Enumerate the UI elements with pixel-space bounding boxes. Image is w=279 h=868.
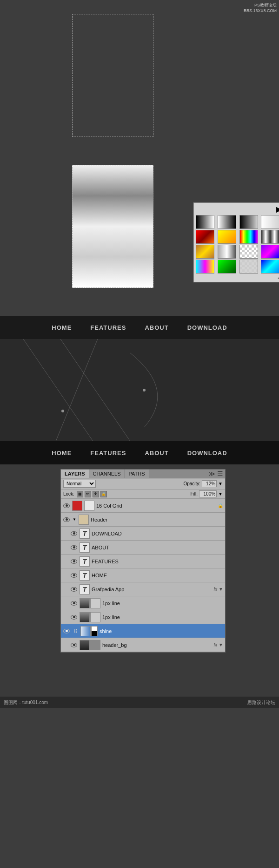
lock-label: Lock: — [63, 491, 74, 496]
gradient-swatch[interactable] — [218, 245, 236, 259]
selection-marquee — [72, 14, 153, 137]
layer-row[interactable]: header_bg fx ▼ — [61, 638, 225, 652]
picker-ok-text: ✓ — [277, 275, 279, 280]
svg-point-3 — [61, 410, 64, 412]
layer-thumbnail: T — [80, 542, 90, 553]
layer-row[interactable]: T HOME — [61, 568, 225, 582]
nav-item-bottom-download[interactable]: DOWNLOAD — [187, 450, 227, 457]
nav-item-home[interactable]: HOME — [52, 324, 72, 331]
svg-line-2 — [56, 339, 98, 441]
fill-arrow[interactable]: ▼ — [218, 491, 223, 496]
gradient-swatch[interactable] — [218, 230, 236, 244]
svg-line-0 — [23, 339, 93, 441]
layer-thumbnail — [80, 598, 90, 608]
layer-name: shine — [100, 628, 223, 634]
nav-item-features[interactable]: FEATURES — [90, 324, 126, 331]
layer-mask-thumb — [90, 612, 100, 622]
gradient-swatch[interactable] — [261, 215, 279, 229]
lock-all-icon[interactable]: 🔒 — [100, 491, 107, 497]
panel-options-icon[interactable]: ☰ — [217, 470, 223, 477]
panel-menu-icon[interactable]: ≫ — [208, 470, 215, 477]
tab-layers[interactable]: LAYERS — [61, 470, 89, 478]
bottom-bar: 图图网：tutu001.com 思路设计论坛 — [0, 697, 279, 708]
folder-link-icon: ⛓ — [72, 628, 79, 634]
layer-mask-thumb — [84, 501, 94, 511]
gradient-swatch[interactable] — [261, 260, 279, 274]
layer-visibility-toggle[interactable] — [70, 558, 78, 565]
layer-row[interactable]: T FEATURES — [61, 555, 225, 568]
nav-item-download[interactable]: DOWNLOAD — [187, 324, 227, 331]
opacity-input[interactable] — [202, 480, 217, 487]
layer-name: 16 Col Grid — [96, 503, 216, 509]
gradient-swatch[interactable] — [239, 260, 258, 274]
layer-visibility-toggle[interactable] — [63, 502, 70, 509]
gradient-swatch[interactable] — [196, 260, 214, 274]
bottom-right-watermark: 思路设计论坛 — [247, 699, 275, 706]
layers-section: LAYERS CHANNELS PATHS ≫ ☰ Normal Opacity… — [0, 464, 279, 697]
gradient-swatch[interactable] — [196, 215, 214, 229]
gradient-swatch[interactable] — [261, 230, 279, 244]
svg-line-1 — [60, 339, 130, 441]
layer-name: 1px line — [102, 600, 223, 606]
layer-fx-icon: fx ▼ — [214, 587, 223, 592]
layer-visibility-toggle[interactable] — [70, 530, 78, 537]
fill-input[interactable] — [199, 490, 217, 497]
layer-row[interactable]: T DOWNLOAD — [61, 527, 225, 541]
layer-row[interactable]: 1px line — [61, 610, 225, 624]
gradient-swatch[interactable] — [218, 215, 236, 229]
lock-transparency-icon[interactable]: ▦ — [77, 491, 83, 497]
tab-channels[interactable]: CHANNELS — [89, 470, 125, 478]
layer-thumbnail: T — [80, 570, 90, 581]
bottom-left-watermark: 图图网：tutu001.com — [4, 699, 48, 706]
layer-thumbnail — [80, 626, 91, 636]
layer-mask-thumb — [91, 626, 98, 636]
nav-item-bottom-about[interactable]: ABOUT — [145, 450, 168, 457]
bezier-curves-svg — [0, 339, 279, 441]
picker-arrow-icon[interactable]: ▶ — [276, 205, 279, 214]
opacity-arrow[interactable]: ▼ — [218, 481, 223, 486]
nav-section: HOME FEATURES ABOUT DOWNLOAD HOME FEATUR… — [0, 316, 279, 464]
gradient-swatch[interactable] — [261, 245, 279, 259]
layer-thumbnail — [80, 640, 90, 650]
layer-visibility-toggle[interactable] — [70, 572, 78, 579]
nav-item-bottom-features[interactable]: FEATURES — [90, 450, 126, 457]
layer-visibility-toggle[interactable] — [63, 516, 70, 523]
gradient-canvas: ▶ ✓ — [72, 165, 153, 288]
gradient-swatch[interactable] — [218, 260, 236, 274]
nav-item-about[interactable]: ABOUT — [145, 324, 168, 331]
layer-row[interactable]: 1px line — [61, 596, 225, 610]
folder-expand-icon[interactable]: ▼ — [72, 517, 77, 522]
layer-thumbnail — [79, 515, 89, 525]
lock-position-icon[interactable]: ✛ — [93, 491, 99, 497]
gradient-swatch[interactable] — [239, 215, 258, 229]
blend-mode-select[interactable]: Normal — [63, 480, 96, 488]
gradient-swatch[interactable] — [196, 230, 214, 244]
layer-visibility-toggle[interactable] — [70, 641, 78, 649]
curve-area — [0, 339, 279, 441]
layer-visibility-toggle[interactable] — [70, 613, 78, 621]
layer-row-selected[interactable]: ⛓ shine — [61, 624, 225, 638]
layer-name: DOWNLOAD — [92, 531, 223, 536]
layer-thumbnail: T — [80, 556, 90, 567]
layer-row[interactable]: T Grafpedia App fx ▼ — [61, 582, 225, 596]
layer-row[interactable]: ▼ Header — [61, 513, 225, 527]
layer-thumbnail — [80, 612, 90, 622]
gradient-swatch[interactable] — [239, 230, 258, 244]
layer-name: HOME — [92, 573, 223, 578]
nav-item-bottom-home[interactable]: HOME — [52, 450, 72, 457]
layer-name: 1px line — [102, 614, 223, 620]
layer-row[interactable]: T ABOUT — [61, 541, 225, 555]
layer-row[interactable]: 16 Col Grid 🔒 — [61, 499, 225, 513]
lock-brush-icon[interactable]: ✏ — [85, 491, 91, 497]
layers-panel: LAYERS CHANNELS PATHS ≫ ☰ Normal Opacity… — [60, 469, 226, 653]
nav-bar-top: HOME FEATURES ABOUT DOWNLOAD — [0, 316, 279, 339]
tab-paths[interactable]: PATHS — [125, 470, 149, 478]
gradient-swatch[interactable] — [239, 245, 258, 259]
layer-visibility-toggle[interactable] — [70, 600, 78, 607]
layer-visibility-toggle[interactable] — [70, 586, 78, 593]
gradient-picker[interactable]: ▶ ✓ — [193, 202, 279, 282]
layer-visibility-toggle[interactable] — [63, 627, 70, 635]
lock-icon: 🔒 — [218, 503, 223, 508]
gradient-swatch[interactable] — [196, 245, 214, 259]
layer-visibility-toggle[interactable] — [70, 544, 78, 551]
